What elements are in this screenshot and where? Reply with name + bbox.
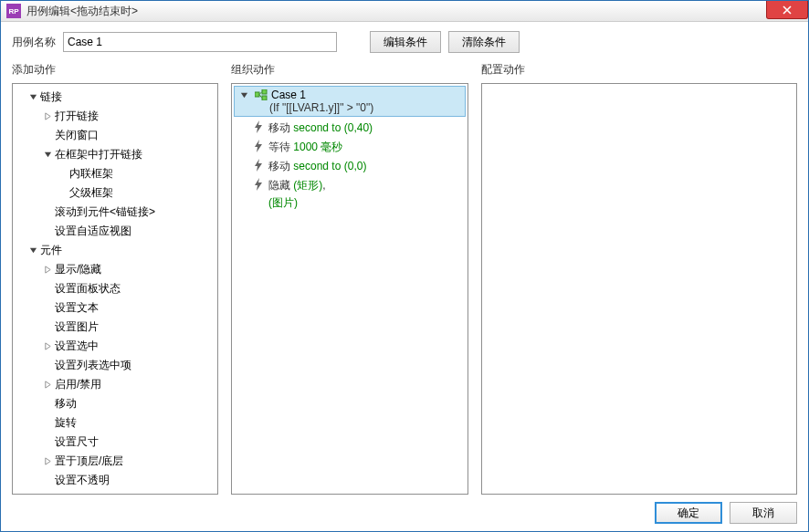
tree-item-set-size[interactable]: 设置尺寸 [15,433,215,452]
tree-label: 设置自适应视图 [55,224,131,239]
case-condition: (If "[[LVAR1.y]]" > "0") [238,101,461,114]
action-hide-sub[interactable]: (图片) [232,195,468,211]
tree-group-widget[interactable]: 元件 [15,241,215,260]
ok-button[interactable]: 确定 [655,502,722,524]
bolt-icon [254,178,265,191]
expand-icon [238,89,249,100]
action-move-2[interactable]: 移动 second to (0,0) [232,157,468,176]
tree-item-set-text[interactable]: 设置文本 [15,298,215,318]
case-name-input[interactable] [63,32,337,52]
tree-item-set-opacity[interactable]: 设置不透明 [15,471,215,490]
action-move-1[interactable]: 移动 second to (0,40) [232,119,468,138]
tree-label: 设置尺寸 [55,434,99,450]
panels-row: 链接 打开链接 关闭窗口 在框架中打开链接 内联框架 [12,83,797,495]
tree-label: 显示/隐藏 [55,262,101,277]
tree-item-set-adaptive-view[interactable]: 设置自适应视图 [15,222,215,241]
tree-item-open-in-frame[interactable]: 在框架中打开链接 [15,145,215,164]
case-header[interactable]: Case 1 (If "[[LVAR1.y]]" > "0") [234,86,466,117]
expand-icon [27,92,38,103]
case-name-row: 用例名称 编辑条件 清除条件 [12,31,797,53]
config-action-panel[interactable] [481,83,797,495]
bolt-icon [254,140,265,152]
tree-label: 设置文本 [55,300,99,316]
action-target: (矩形) [293,179,322,192]
tree-item-enable-disable[interactable]: 启用/禁用 [15,375,215,394]
clear-condition-button[interactable]: 清除条件 [448,31,520,53]
tree-label: 设置列表选中项 [55,358,131,373]
collapse-icon [42,456,53,467]
tree-label: 内联框架 [69,166,113,182]
action-prefix: 移动 [268,121,293,134]
action-wait[interactable]: 等待 1000 毫秒 [232,138,468,157]
action-target: second to (0,0) [293,160,366,172]
tree-label: 元件 [40,243,62,258]
tree-label: 设置选中 [55,339,99,354]
app-icon: RP [6,4,21,18]
action-tree: 链接 打开链接 关闭窗口 在框架中打开链接 内联框架 [13,84,217,494]
collapse-icon [42,265,53,276]
collapse-icon [42,341,53,352]
tree-label: 设置不透明 [55,473,110,488]
svg-rect-1 [262,89,267,94]
action-comma: , [322,179,325,192]
add-action-panel[interactable]: 链接 打开链接 关闭窗口 在框架中打开链接 内联框架 [12,83,218,495]
tree-label: 关闭窗口 [55,128,99,143]
tree-label: 滚动到元件<锚链接> [55,204,155,220]
tree-label: 置于顶层/底层 [55,454,123,469]
tree-item-show-hide[interactable]: 显示/隐藏 [15,260,215,279]
action-prefix: 移动 [268,160,293,172]
close-button[interactable] [766,1,808,19]
expand-icon [42,150,53,161]
organize-action-header: 组织动作 [231,62,468,78]
tree-label: 链接 [40,89,62,105]
tree-item-rotate[interactable]: 旋转 [15,413,215,433]
tree-item-close-window[interactable]: 关闭窗口 [15,126,215,145]
svg-rect-0 [255,92,259,97]
panels-header: 添加动作 组织动作 配置动作 [12,62,797,78]
action-hide[interactable]: 隐藏 (矩形), [232,176,468,195]
tree-label: 启用/禁用 [55,377,101,392]
action-target: second to (0,40) [293,121,373,134]
bolt-icon [254,159,265,172]
svg-rect-2 [262,96,267,100]
tree-group-link[interactable]: 链接 [15,88,215,107]
tree-label: 移动 [55,396,77,412]
case-name-label: 用例名称 [12,35,56,50]
tree-label: 旋转 [55,415,77,431]
tree-item-move[interactable]: 移动 [15,394,215,413]
title-bar: RP 用例编辑<拖动结束时> [1,1,808,22]
case-name: Case 1 [271,89,306,101]
organize-action-panel[interactable]: Case 1 (If "[[LVAR1.y]]" > "0") 移动 secon… [231,83,468,495]
collapse-icon [42,111,53,122]
tree-label: 在框架中打开链接 [55,147,142,162]
dialog-content: 用例名称 编辑条件 清除条件 添加动作 组织动作 配置动作 链接 [1,22,808,531]
tree-label: 父级框架 [69,185,113,201]
dialog-footer: 确定 取消 [12,500,797,524]
tree-item-parent-frame[interactable]: 父级框架 [15,183,215,203]
tree-item-set-list-selected[interactable]: 设置列表选中项 [15,356,215,375]
tree-item-set-panel-state[interactable]: 设置面板状态 [15,279,215,298]
bolt-icon [254,120,265,133]
tree-label: 设置图片 [55,319,99,335]
tree-item-set-selected[interactable]: 设置选中 [15,337,215,356]
tree-item-set-image[interactable]: 设置图片 [15,318,215,337]
expand-icon [27,245,38,256]
close-icon [783,5,792,15]
collapse-icon [42,380,53,391]
tree-item-open-link[interactable]: 打开链接 [15,107,215,126]
add-action-header: 添加动作 [12,62,218,78]
cancel-button[interactable]: 取消 [730,502,797,524]
action-prefix: 等待 [268,141,293,153]
config-action-header: 配置动作 [481,62,797,78]
tree-label: 打开链接 [55,109,99,124]
edit-condition-button[interactable]: 编辑条件 [370,31,441,53]
window-title: 用例编辑<拖动结束时> [26,4,138,19]
tree-item-inline-frame[interactable]: 内联框架 [15,164,215,183]
action-prefix: 隐藏 [268,179,293,192]
dialog-window: RP 用例编辑<拖动结束时> 用例名称 编辑条件 清除条件 添加动作 组织动作 … [0,0,809,532]
case-icon [255,89,268,100]
tree-item-bring-front-back[interactable]: 置于顶层/底层 [15,452,215,471]
tree-item-scroll-anchor[interactable]: 滚动到元件<锚链接> [15,203,215,222]
tree-label: 设置面板状态 [55,281,121,297]
action-target: 1000 毫秒 [293,141,342,153]
